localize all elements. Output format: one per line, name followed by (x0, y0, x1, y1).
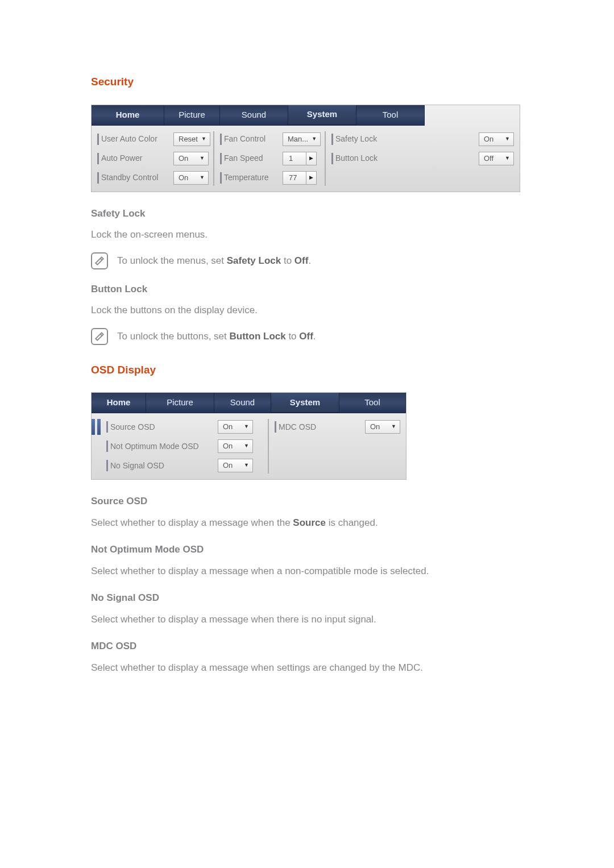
tab-tool[interactable]: Tool (356, 105, 425, 126)
select-button-lock[interactable]: Off▼ (479, 152, 514, 165)
chevron-down-icon: ▼ (244, 442, 249, 450)
label-safety-lock: Safety Lock (335, 133, 377, 145)
chevron-down-icon: ▼ (391, 423, 396, 431)
select-user-auto-color[interactable]: Reset▼ (173, 132, 210, 146)
tab-home[interactable]: Home (92, 393, 146, 413)
select-no-signal-osd[interactable]: On▼ (218, 459, 253, 472)
spinner-fan-speed[interactable]: 1▶ (283, 152, 317, 165)
chevron-down-icon: ▼ (505, 135, 510, 143)
chevron-down-icon: ▼ (244, 423, 249, 431)
no-signal-heading: No Signal OSD (91, 591, 523, 605)
osd-panel: Home Picture Sound System Tool Source OS… (91, 392, 406, 480)
button-lock-heading: Button Lock (91, 282, 523, 297)
safety-lock-heading: Safety Lock (91, 206, 523, 221)
chevron-down-icon: ▼ (200, 174, 205, 182)
tab-system[interactable]: System (271, 393, 339, 413)
select-fan-control[interactable]: Man...▼ (283, 132, 321, 146)
tab-system[interactable]: System (288, 105, 356, 126)
chevron-down-icon: ▼ (312, 135, 317, 143)
pencil-icon (91, 252, 108, 269)
chevron-right-icon[interactable]: ▶ (306, 172, 316, 184)
label-mdc-osd: MDC OSD (279, 421, 316, 433)
selection-bar (92, 419, 101, 474)
select-standby-control[interactable]: On▼ (173, 171, 209, 185)
tab-sound[interactable]: Sound (214, 393, 271, 413)
label-no-signal-osd: No Signal OSD (110, 460, 164, 472)
chevron-down-icon: ▼ (201, 135, 206, 143)
tab-bar: Home Picture Sound System Tool (92, 105, 520, 126)
label-auto-power: Auto Power (101, 152, 142, 164)
chevron-down-icon: ▼ (505, 155, 510, 163)
safety-lock-desc: Lock the on-screen menus. (91, 227, 523, 242)
osd-heading: OSD Display (91, 362, 523, 379)
label-fan-control: Fan Control (224, 133, 265, 145)
spinner-temperature[interactable]: 77▶ (283, 171, 317, 185)
button-lock-desc: Lock the buttons on the display device. (91, 303, 523, 318)
tab-home[interactable]: Home (92, 105, 164, 126)
chevron-down-icon: ▼ (244, 462, 249, 470)
select-source-osd[interactable]: On▼ (218, 420, 253, 434)
label-source-osd: Source OSD (110, 421, 155, 433)
chevron-down-icon: ▼ (200, 155, 205, 163)
pencil-icon (91, 328, 108, 345)
tab-bar-2: Home Picture Sound System Tool (92, 393, 406, 413)
tab-sound[interactable]: Sound (220, 105, 288, 126)
source-osd-heading: Source OSD (91, 494, 523, 509)
select-auto-power[interactable]: On▼ (173, 152, 209, 165)
not-optimum-desc: Select whether to display a message when… (91, 564, 523, 579)
label-fan-speed: Fan Speed (224, 152, 263, 164)
tab-picture[interactable]: Picture (164, 105, 220, 126)
label-temperature: Temperature (224, 172, 269, 184)
label-user-auto-color: User Auto Color (101, 133, 157, 145)
not-optimum-heading: Not Optimum Mode OSD (91, 542, 523, 557)
security-heading: Security (91, 74, 523, 90)
select-not-optimum-osd[interactable]: On▼ (218, 439, 253, 453)
tab-picture[interactable]: Picture (146, 393, 214, 413)
label-not-optimum-osd: Not Optimum Mode OSD (110, 441, 199, 452)
chevron-right-icon[interactable]: ▶ (306, 152, 316, 165)
label-standby-control: Standby Control (101, 172, 158, 184)
select-mdc-osd[interactable]: On▼ (365, 420, 400, 434)
select-safety-lock[interactable]: On▼ (479, 132, 514, 146)
note-safety-lock: To unlock the menus, set Safety Lock to … (91, 252, 523, 269)
tab-tool[interactable]: Tool (339, 393, 406, 413)
mdc-osd-heading: MDC OSD (91, 639, 523, 654)
source-osd-desc: Select whether to display a message when… (91, 516, 523, 530)
security-panel: Home Picture Sound System Tool User Auto… (91, 105, 520, 192)
no-signal-desc: Select whether to display a message when… (91, 612, 523, 627)
note-button-lock: To unlock the buttons, set Button Lock t… (91, 328, 523, 345)
mdc-osd-desc: Select whether to display a message when… (91, 661, 523, 675)
label-button-lock: Button Lock (335, 152, 377, 164)
